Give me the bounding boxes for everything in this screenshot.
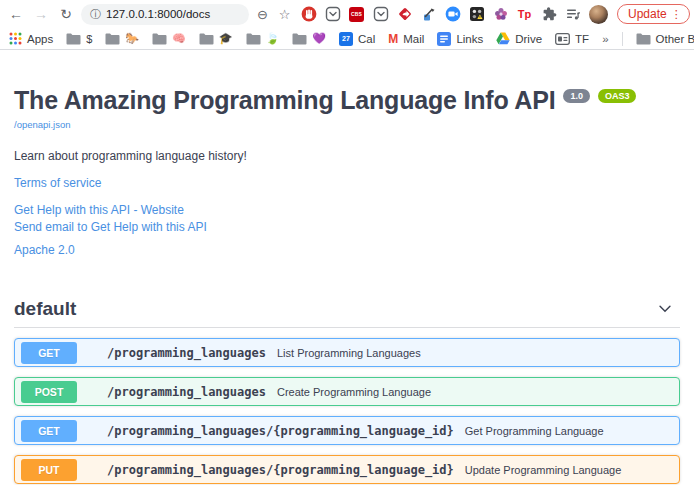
- endpoint-summary: List Programming Languages: [277, 347, 421, 359]
- bookmark-folder-5[interactable]: 🍃: [246, 32, 280, 45]
- folder-icon: [292, 33, 307, 45]
- api-description: Learn about programming language history…: [14, 149, 680, 163]
- folder-icon: [199, 33, 214, 45]
- reload-icon[interactable]: ↻: [56, 4, 76, 24]
- tf-label: TF: [575, 33, 589, 45]
- browser-toolbar: ← → ↻ ⓘ 127.0.0.1:8000/docs ⊖ ☆ CBS: [0, 0, 694, 28]
- folder-6-label: 💜: [312, 32, 326, 45]
- endpoint-summary: Create Programming Language: [277, 386, 431, 398]
- bookmark-folder-6[interactable]: 💜: [292, 32, 326, 45]
- share-diamond-icon[interactable]: [396, 6, 413, 23]
- cbs-label: CBS: [349, 7, 364, 22]
- bookmark-drive[interactable]: Drive: [496, 32, 542, 45]
- pocket-icon-2[interactable]: [372, 6, 389, 23]
- endpoint-row[interactable]: GET/programming_languages/{programming_l…: [14, 416, 680, 445]
- address-bar[interactable]: ⓘ 127.0.0.1:8000/docs: [81, 4, 249, 25]
- bookmarks-overflow-chevron[interactable]: »: [602, 33, 608, 45]
- calendar-icon: 27: [339, 32, 353, 46]
- folder-5-label: 🍃: [266, 32, 280, 45]
- axe-flower-icon[interactable]: [492, 6, 509, 23]
- api-header: The Amazing Programming Language Info AP…: [14, 87, 680, 114]
- url-text[interactable]: 127.0.0.1:8000/docs: [106, 8, 210, 20]
- folder-icon: [636, 33, 651, 45]
- help-website-link[interactable]: Get Help with this API - Website: [14, 203, 184, 217]
- bookmark-links[interactable]: Links: [437, 32, 483, 46]
- method-badge: PUT: [21, 459, 77, 481]
- zoom-out-icon[interactable]: ⊖: [254, 7, 271, 22]
- zoom-meet-icon[interactable]: [444, 6, 461, 23]
- endpoint-path: /programming_languages/{programming_lang…: [107, 463, 454, 477]
- extensions-cluster: CBS Tp: [300, 6, 581, 23]
- tp-icon[interactable]: Tp: [516, 6, 533, 23]
- help-email-link[interactable]: Send email to Get Help with this API: [14, 220, 207, 234]
- bookmarks-divider: [622, 32, 623, 46]
- chevron-down-icon[interactable]: [656, 300, 674, 318]
- playlist-icon[interactable]: [564, 6, 581, 23]
- tag-header[interactable]: default: [14, 298, 680, 328]
- endpoint-path: /programming_languages: [107, 385, 266, 399]
- tag-name: default: [14, 298, 76, 320]
- pocket-icon[interactable]: [324, 6, 341, 23]
- page-title: The Amazing Programming Language Info AP…: [14, 87, 555, 114]
- endpoint-summary: Update Programming Language: [465, 464, 622, 476]
- back-icon[interactable]: ←: [6, 4, 26, 24]
- folder-icon: [66, 33, 81, 45]
- browser-menu-icon[interactable]: ⋮: [671, 8, 682, 21]
- forward-icon[interactable]: →: [31, 4, 51, 24]
- folder-icon: [152, 33, 167, 45]
- bookmarks-bar: Apps $ 🐎 🧠 🎓 🍃 💜 27 Cal M Mail Links Dri…: [0, 28, 694, 50]
- bookmark-apps[interactable]: Apps: [9, 32, 53, 45]
- puzzle-extensions-icon[interactable]: [540, 6, 557, 23]
- bookmark-folder-3[interactable]: 🧠: [152, 32, 186, 45]
- apps-grid-icon: [9, 32, 22, 45]
- bookmark-star-icon[interactable]: ☆: [276, 7, 293, 22]
- links-icon: [437, 32, 451, 46]
- update-label: Update: [628, 7, 667, 21]
- folder-icon: [246, 33, 261, 45]
- mail-label: Mail: [403, 33, 424, 45]
- cbs-icon[interactable]: CBS: [348, 6, 365, 23]
- drive-icon: [496, 32, 510, 45]
- profile-avatar[interactable]: [589, 5, 608, 24]
- drive-label: Drive: [515, 33, 542, 45]
- site-info-icon[interactable]: ⓘ: [90, 7, 101, 22]
- endpoint-path: /programming_languages: [107, 346, 266, 360]
- swagger-page: The Amazing Programming Language Info AP…: [0, 50, 694, 485]
- links-label: Links: [456, 33, 483, 45]
- eyedropper-icon[interactable]: [420, 6, 437, 23]
- tp-label: Tp: [518, 8, 531, 20]
- bookmark-mail[interactable]: M Mail: [388, 32, 424, 46]
- endpoint-row[interactable]: GET/programming_languagesList Programmin…: [14, 338, 680, 367]
- bookmark-tf[interactable]: TF: [555, 33, 589, 45]
- endpoint-row[interactable]: POST/programming_languagesCreate Program…: [14, 377, 680, 406]
- method-badge: GET: [21, 420, 77, 442]
- folder-1-label: $: [86, 33, 92, 45]
- endpoint-path: /programming_languages/{programming_lang…: [107, 424, 454, 438]
- endpoints-list: GET/programming_languagesList Programmin…: [14, 338, 680, 485]
- license-link[interactable]: Apache 2.0: [14, 243, 75, 257]
- calendar-label: Cal: [358, 33, 375, 45]
- bookmark-folder-4[interactable]: 🎓: [199, 32, 233, 45]
- oas3-badge: OAS3: [598, 89, 637, 103]
- bookmark-folder-1[interactable]: $: [66, 33, 92, 45]
- tf-card-icon: [555, 33, 570, 45]
- bookmark-folder-2[interactable]: 🐎: [105, 32, 139, 45]
- method-badge: POST: [21, 381, 77, 403]
- endpoint-summary: Get Programming Language: [465, 425, 604, 437]
- other-bookmarks[interactable]: Other Bookmarks: [636, 33, 694, 45]
- gmail-icon: M: [388, 32, 398, 46]
- version-badge: 1.0: [563, 89, 590, 103]
- folder-icon: [105, 33, 120, 45]
- extension-grid-warning-icon[interactable]: [468, 6, 485, 23]
- folder-3-label: 🧠: [172, 32, 186, 45]
- method-badge: GET: [21, 342, 77, 364]
- folder-2-label: 🐎: [125, 32, 139, 45]
- apps-label: Apps: [27, 33, 53, 45]
- bookmark-calendar[interactable]: 27 Cal: [339, 32, 375, 46]
- update-button[interactable]: Update ⋮: [617, 4, 690, 24]
- terms-of-service-link[interactable]: Terms of service: [14, 176, 101, 190]
- openapi-spec-link[interactable]: /openapi.json: [14, 119, 71, 130]
- adblock-icon[interactable]: [300, 6, 317, 23]
- endpoint-row[interactable]: PUT/programming_languages/{programming_l…: [14, 455, 680, 484]
- folder-4-label: 🎓: [219, 32, 233, 45]
